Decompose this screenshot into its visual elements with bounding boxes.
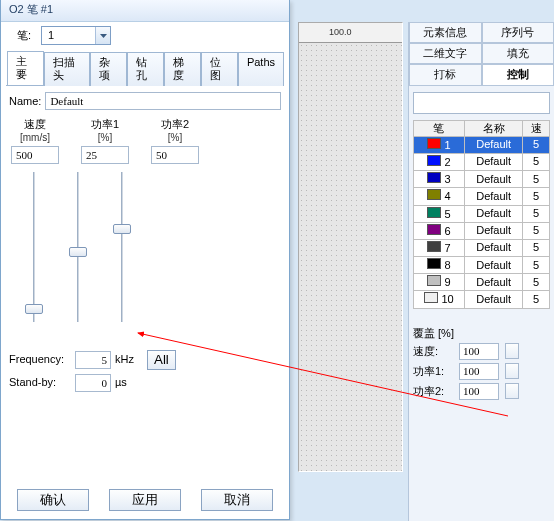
pen-settings-dialog: O2 笔 #1 笔: 1 主要扫描头杂项钻孔梯度位图Paths Name: 速度…	[0, 0, 290, 520]
frequency-label: Frequency:	[9, 353, 71, 366]
standby-label: Stand-by:	[9, 376, 71, 389]
override-row-0: 速度:	[413, 343, 550, 360]
rtab-填充[interactable]: 填充	[482, 43, 555, 64]
col-header-0: 速度[mm/s]	[11, 118, 59, 143]
slider-2[interactable]	[111, 172, 133, 322]
col-values	[11, 146, 281, 164]
table-row[interactable]: 9Default5	[414, 274, 550, 291]
override-row-2: 功率2:	[413, 383, 550, 400]
canvas-grid[interactable]	[299, 43, 402, 471]
standby-unit: µs	[115, 376, 139, 389]
table-row[interactable]: 10Default5	[414, 291, 550, 308]
col-value-0[interactable]	[11, 146, 59, 164]
override-input-2[interactable]	[459, 383, 499, 400]
name-label: Name:	[9, 95, 41, 108]
pen-select[interactable]: 1	[41, 26, 111, 45]
tab-梯度[interactable]: 梯度	[164, 52, 201, 86]
pen-select-value: 1	[48, 29, 54, 42]
col-headers: 速度[mm/s]功率1[%]功率2[%]	[11, 118, 281, 143]
tab-Paths[interactable]: Paths	[238, 52, 284, 86]
override-row-1: 功率1:	[413, 363, 550, 380]
table-row[interactable]: 7Default5	[414, 239, 550, 256]
frequency-unit: kHz	[115, 353, 139, 366]
rtab-打标[interactable]: 打标	[409, 64, 482, 85]
rtab-元素信息[interactable]: 元素信息	[409, 22, 482, 43]
canvas-area[interactable]: 100.0	[298, 22, 403, 472]
col-header-2: 功率2[%]	[151, 118, 199, 143]
rtab-序列号[interactable]: 序列号	[482, 22, 555, 43]
slider-0[interactable]	[23, 172, 45, 322]
ruler-tick: 100.0	[329, 27, 352, 38]
apply-button[interactable]: 应用	[109, 489, 181, 511]
rtab-二维文字[interactable]: 二维文字	[409, 43, 482, 64]
tabstrip: 主要扫描头杂项钻孔梯度位图Paths	[6, 51, 284, 86]
sliders	[23, 172, 281, 322]
override-btn-1[interactable]	[505, 363, 519, 379]
pen-table-header: 笔名称速	[414, 120, 550, 136]
override-input-1[interactable]	[459, 363, 499, 380]
tab-扫描头[interactable]: 扫描头	[44, 52, 90, 86]
chevron-down-icon	[95, 27, 110, 44]
slider-1[interactable]	[67, 172, 89, 322]
cancel-button[interactable]: 取消	[201, 489, 273, 511]
override-btn-2[interactable]	[505, 383, 519, 399]
name-input[interactable]	[45, 92, 281, 110]
pen-table[interactable]: 笔名称速 1Default5 2Default5 3Default5 4Defa…	[413, 120, 550, 309]
tab-主要[interactable]: 主要	[7, 51, 44, 85]
table-row[interactable]: 3Default5	[414, 171, 550, 188]
table-row[interactable]: 5Default5	[414, 205, 550, 222]
ok-button[interactable]: 确认	[17, 489, 89, 511]
table-row[interactable]: 6Default5	[414, 222, 550, 239]
window-title: O2 笔 #1	[1, 0, 289, 22]
col-value-1[interactable]	[81, 146, 129, 164]
standby-input[interactable]	[75, 374, 111, 392]
table-row[interactable]: 2Default5	[414, 153, 550, 170]
rtab-控制[interactable]: 控制	[482, 64, 555, 85]
table-row[interactable]: 8Default5	[414, 257, 550, 274]
pen-label: 笔:	[9, 29, 31, 42]
ruler: 100.0	[299, 23, 402, 43]
override-title: 覆盖 [%]	[413, 327, 550, 340]
pen-table-body: 1Default5 2Default5 3Default5 4Default5 …	[414, 136, 550, 308]
table-row[interactable]: 4Default5	[414, 188, 550, 205]
col-header-1: 功率1[%]	[81, 118, 129, 143]
override-input-0[interactable]	[459, 343, 499, 360]
frequency-input[interactable]	[75, 351, 111, 369]
right-tabs: 元素信息序列号二维文字填充打标控制	[409, 22, 554, 86]
element-name-box[interactable]	[413, 92, 550, 114]
all-button[interactable]: All	[147, 350, 176, 370]
tab-位图[interactable]: 位图	[201, 52, 238, 86]
override-btn-0[interactable]	[505, 343, 519, 359]
tab-杂项[interactable]: 杂项	[90, 52, 127, 86]
col-value-2[interactable]	[151, 146, 199, 164]
table-row[interactable]: 1Default5	[414, 136, 550, 153]
tab-钻孔[interactable]: 钻孔	[127, 52, 164, 86]
tab-body-main: Name: 速度[mm/s]功率1[%]功率2[%] Frequency: kH…	[1, 86, 289, 403]
right-panel: 元素信息序列号二维文字填充打标控制 笔名称速 1Default5 2Defaul…	[408, 22, 554, 521]
override-rows: 速度:功率1:功率2:	[413, 343, 550, 400]
